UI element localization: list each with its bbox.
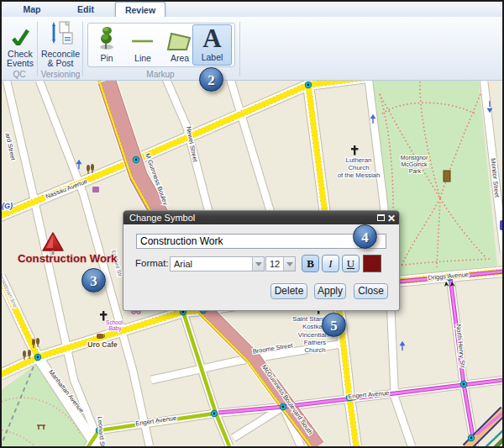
- svg-text:Fathers: Fathers: [304, 339, 327, 346]
- svg-text:Monsignor: Monsignor: [401, 155, 428, 161]
- svg-text:Uro Cafe: Uro Cafe: [87, 340, 118, 349]
- svg-text:School: School: [106, 319, 123, 325]
- svg-text:Church: Church: [304, 346, 325, 354]
- svg-text:Park: Park: [409, 168, 422, 174]
- svg-text:-Baby: -Baby: [108, 325, 123, 332]
- svg-text:McGolrick: McGolrick: [401, 161, 428, 167]
- svg-text:Church: Church: [348, 164, 369, 171]
- svg-text:Lutheran: Lutheran: [346, 156, 372, 164]
- svg-text:Kostka: Kostka: [302, 323, 323, 330]
- svg-text:(G): (G): [2, 202, 13, 210]
- svg-text:of the Messiah: of the Messiah: [338, 171, 381, 179]
- svg-text:Construction Work: Construction Work: [18, 252, 118, 265]
